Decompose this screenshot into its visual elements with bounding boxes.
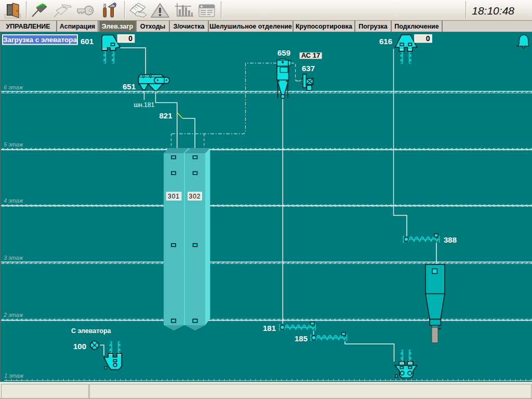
svg-text:2 этаж: 2 этаж: [3, 312, 23, 318]
svg-text:637: 637: [302, 64, 315, 73]
svg-text:181: 181: [263, 324, 276, 332]
svg-text:388: 388: [444, 235, 457, 244]
svg-text:651: 651: [123, 82, 136, 91]
svg-text:АС 17: АС 17: [301, 51, 321, 59]
svg-text:0: 0: [128, 34, 132, 43]
svg-text:1 этаж: 1 этаж: [4, 373, 24, 379]
svg-text:С элеватора: С элеватора: [71, 327, 112, 335]
svg-text:601: 601: [81, 37, 94, 46]
svg-text:0: 0: [426, 34, 430, 43]
svg-text:Загрузка с элеватора: Загрузка с элеватора: [3, 36, 77, 44]
svg-text:301: 301: [168, 193, 180, 200]
svg-text:шн.181: шн.181: [134, 101, 155, 109]
svg-text:302: 302: [189, 193, 201, 200]
svg-text:100: 100: [73, 342, 86, 351]
svg-text:5 этаж: 5 этаж: [4, 141, 23, 148]
svg-text:659: 659: [277, 48, 290, 57]
svg-text:3 этаж: 3 этаж: [4, 255, 23, 261]
svg-text:4 этаж: 4 этаж: [4, 197, 23, 204]
svg-text:821: 821: [159, 111, 172, 120]
svg-text:6 этаж: 6 этаж: [4, 84, 23, 90]
svg-text:616: 616: [379, 37, 392, 46]
svg-text:185: 185: [295, 334, 308, 343]
